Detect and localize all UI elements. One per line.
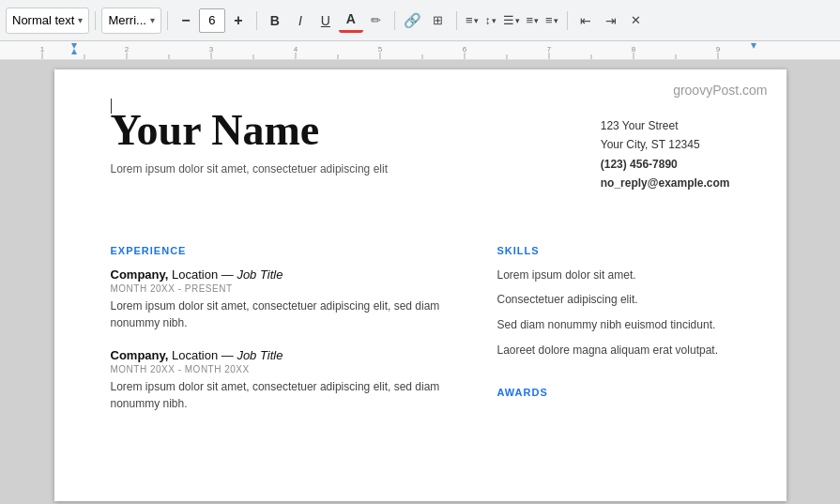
separator-3 [256,11,257,30]
job-desc-2: Lorem ipsum dolor sit amet, consectetuer… [111,378,460,412]
resume-name: Your Name [111,107,388,155]
underline-button[interactable]: U [313,8,338,33]
job-date-1: MONTH 20XX - PRESENT [111,283,460,294]
skill-item-3: Sed diam nonummy nibh euismod tincidunt. [497,317,730,333]
numbering-chevron-icon: ▾ [554,16,558,25]
svg-text:8: 8 [632,45,636,53]
style-chevron-icon: ▾ [78,15,83,25]
svg-text:6: 6 [463,45,467,53]
line-spacing-chevron-icon: ▾ [492,16,496,25]
align-group: ≡ ▾ ↕ ▾ ☰ ▾ ≡ ▾ ≡ ▾ [463,8,561,33]
separator-4 [394,11,395,30]
svg-text:7: 7 [547,45,552,53]
skills-header: SKILLS [497,245,730,256]
checklist-chevron-icon: ▾ [515,16,520,25]
font-size-decrease-button[interactable]: − [174,8,198,33]
svg-text:9: 9 [716,45,721,53]
separator-5 [456,11,457,30]
contact-block: 123 Your Street Your City, ST 12345 (123… [601,116,730,193]
document-area: groovyPost.com Your Name Lorem ipsum dol… [0,60,840,504]
indent-group: ⇤ ⇥ ✕ [573,8,649,33]
indent-increase-button[interactable]: ⇥ [599,8,623,33]
font-dropdown[interactable]: Merri... ▾ [101,8,160,34]
line-spacing-icon: ↕ [485,14,491,27]
resume-tagline: Lorem ipsum dolor sit amet, consectetuer… [111,162,388,176]
svg-text:4: 4 [294,45,298,53]
awards-header: AWARDS [497,387,730,398]
checklist-icon: ☰ [503,13,514,27]
svg-text:5: 5 [378,45,383,53]
page[interactable]: groovyPost.com Your Name Lorem ipsum dol… [54,69,787,501]
font-size-input[interactable] [199,8,225,33]
skill-item-1: Lorem ipsum dolor sit amet. [497,267,730,283]
insert-group: 🔗 ⊞ [401,8,451,33]
experience-header: EXPERIENCE [111,245,460,256]
numbering-dropdown-button[interactable]: ≡ ▾ [542,8,561,33]
numbering-icon: ≡ [545,13,553,27]
bold-button[interactable]: B [263,8,287,33]
resume-header: Your Name Lorem ipsum dolor sit amet, co… [111,107,730,204]
contact-street: 123 Your Street [601,116,730,135]
skill-item-2: Consectetuer adipiscing elit. [497,292,730,308]
resume-right-col: SKILLS Lorem ipsum dolor sit amet. Conse… [497,226,730,429]
contact-city: Your City, ST 12345 [601,135,730,154]
separator-1 [95,11,96,30]
skill-item-4: Laoreet dolore magna aliquam erat volutp… [497,343,730,359]
job-location-2: Location — [168,348,237,362]
checklist-dropdown-button[interactable]: ☰ ▾ [500,8,523,33]
style-label: Normal text [12,13,74,27]
separator-6 [567,11,568,30]
ruler: 1 2 3 4 5 6 7 8 9 [0,41,840,60]
font-size-group: − + [174,8,251,33]
bullets-icon: ≡ [527,13,534,27]
style-dropdown[interactable]: Normal text ▾ [6,8,89,34]
svg-text:2: 2 [125,45,130,53]
italic-button[interactable]: I [288,8,313,33]
job-entry-2: Company, Location — Job Title MONTH 20XX… [111,348,460,412]
resume-body: EXPERIENCE Company, Location — Job Title… [111,226,730,429]
font-size-increase-button[interactable]: + [226,8,251,33]
job-title-line-1: Company, Location — Job Title [111,267,460,282]
job-role-2: Job Title [237,348,283,362]
job-entry-1: Company, Location — Job Title MONTH 20XX… [111,267,460,331]
link-button[interactable]: 🔗 [401,8,425,33]
align-chevron-icon: ▾ [474,16,479,25]
clear-format-button[interactable]: ✕ [624,8,649,33]
line-spacing-dropdown-button[interactable]: ↕ ▾ [482,8,499,33]
bullets-chevron-icon: ▾ [534,16,539,25]
bullets-dropdown-button[interactable]: ≡ ▾ [524,8,542,33]
svg-text:3: 3 [209,45,214,53]
insert-button[interactable]: ⊞ [426,8,451,33]
indent-decrease-button[interactable]: ⇤ [573,8,598,33]
align-dropdown-button[interactable]: ≡ ▾ [463,8,481,33]
font-chevron-icon: ▾ [150,15,155,25]
job-desc-1: Lorem ipsum dolor sit amet, consectetuer… [111,298,460,331]
watermark: groovyPost.com [673,83,767,98]
job-role-1: Job Title [237,267,283,282]
job-location-1: Location — [168,267,237,282]
highlight-button[interactable]: ✏ [364,8,389,33]
svg-text:1: 1 [40,45,45,53]
name-block: Your Name Lorem ipsum dolor sit amet, co… [111,107,388,204]
separator-2 [167,11,168,30]
align-icon: ≡ [466,13,473,27]
job-date-2: MONTH 20XX - MONTH 20XX [111,364,460,374]
contact-phone: (123) 456-7890 [601,155,730,174]
font-label: Merri... [108,13,145,27]
font-color-button[interactable]: A [339,8,363,33]
job-company-2: Company, [111,348,169,362]
contact-email: no_reply@example.com [601,174,730,192]
job-company-1: Company, [111,267,169,282]
job-title-line-2: Company, Location — Job Title [111,348,460,362]
resume-left-col: EXPERIENCE Company, Location — Job Title… [111,226,460,429]
text-format-group: B I U A ✏ [263,8,389,33]
toolbar: Normal text ▾ Merri... ▾ − + B I U A ✏ 🔗… [0,0,840,41]
